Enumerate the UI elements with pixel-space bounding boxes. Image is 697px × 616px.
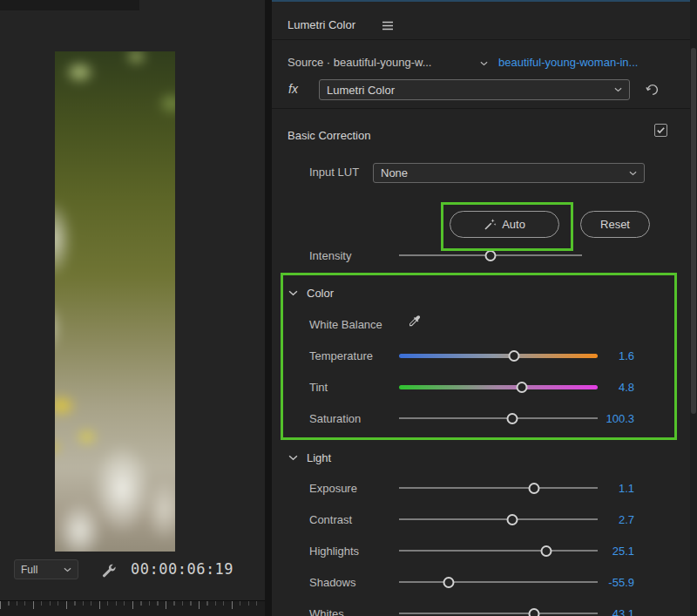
effect-select-value: Lumetri Color (327, 84, 395, 97)
tint-handle[interactable] (517, 382, 528, 393)
shadows-slider[interactable] (399, 575, 598, 589)
effect-enable-checkbox[interactable] (654, 124, 667, 137)
magic-wand-icon (484, 218, 497, 231)
timeline-ruler[interactable] (0, 600, 265, 616)
saturation-value[interactable]: 100.3 (589, 412, 634, 425)
temperature-value[interactable]: 1.6 (589, 349, 634, 362)
temperature-track[interactable] (399, 354, 598, 358)
contrast-slider[interactable] (399, 512, 598, 526)
shadows-track[interactable] (399, 581, 598, 583)
contrast-label: Contrast (309, 513, 352, 526)
chevron-down-icon (629, 171, 637, 176)
zoom-level-select[interactable]: Full (14, 559, 78, 579)
contrast-track[interactable] (399, 518, 598, 520)
white-balance-label: White Balance (309, 318, 382, 331)
program-monitor: Full 00:00:06:19 (0, 0, 265, 616)
input-lut-select[interactable]: None (373, 163, 645, 183)
panel-divider[interactable] (265, 0, 272, 616)
highlights-slider[interactable] (399, 544, 598, 558)
exposure-label: Exposure (309, 482, 357, 495)
contrast-value[interactable]: 2.7 (589, 513, 634, 526)
active-panel-highlight (272, 0, 697, 2)
highlights-label: Highlights (309, 545, 359, 558)
check-icon (656, 125, 666, 135)
header-divider (272, 39, 690, 40)
shadows-handle[interactable] (443, 577, 455, 588)
highlights-handle[interactable] (540, 545, 552, 557)
tint-track[interactable] (399, 385, 598, 389)
input-lut-label: Input LUT (309, 166, 359, 179)
exposure-slider[interactable] (399, 481, 598, 495)
eyedropper-icon[interactable] (408, 315, 421, 328)
panel-scrollbar-thumb[interactable] (691, 48, 696, 414)
auto-button[interactable]: Auto (450, 211, 559, 238)
whites-label: Whites (309, 607, 344, 616)
temperature-label: Temperature (309, 349, 373, 362)
wrench-icon[interactable] (101, 563, 116, 578)
panel-edge (0, 0, 139, 10)
temperature-slider[interactable] (399, 349, 598, 362)
linked-clip-name[interactable]: beautiful-young-woman-in... (498, 56, 638, 69)
highlights-track[interactable] (399, 550, 598, 552)
input-lut-value: None (381, 166, 408, 179)
timecode[interactable]: 00:00:06:19 (131, 560, 233, 578)
saturation-handle[interactable] (506, 413, 518, 424)
section-color[interactable]: Color (307, 287, 334, 300)
premiere-workspace: Full 00:00:06:19 Lumetri Color Source · … (0, 0, 697, 616)
reset-button-label: Reset (600, 218, 630, 231)
auto-button-label: Auto (502, 218, 525, 231)
intensity-label: Intensity (309, 249, 351, 262)
saturation-label: Saturation (309, 412, 361, 425)
panel-tab-lumetri-color[interactable]: Lumetri Color (288, 18, 355, 31)
fx-badge: fx (288, 82, 298, 96)
section-basic-correction[interactable]: Basic Correction (288, 129, 370, 142)
contrast-handle[interactable] (506, 514, 518, 525)
panel-menu-icon[interactable] (382, 21, 394, 30)
tint-value[interactable]: 4.8 (589, 381, 634, 394)
video-preview[interactable] (55, 51, 175, 552)
tint-slider[interactable] (399, 380, 598, 394)
collapse-chevron-icon[interactable] (288, 455, 298, 461)
source-clip-label: Source · beautiful-young-w... (288, 56, 431, 69)
effect-select[interactable]: Lumetri Color (319, 79, 630, 100)
intensity-slider[interactable] (399, 248, 582, 262)
chevron-down-icon[interactable] (480, 61, 488, 66)
highlights-value[interactable]: 25.1 (589, 545, 634, 558)
collapse-chevron-icon[interactable] (288, 290, 298, 296)
whites-value[interactable]: 43.1 (589, 607, 634, 616)
section-light[interactable]: Light (307, 451, 331, 464)
saturation-slider[interactable] (399, 411, 598, 425)
exposure-handle[interactable] (529, 483, 540, 494)
chevron-down-icon (614, 87, 622, 92)
whites-track[interactable] (399, 613, 598, 614)
whites-slider[interactable] (399, 606, 598, 616)
whites-handle[interactable] (529, 608, 540, 616)
tint-label: Tint (309, 381, 328, 394)
preview-image (55, 51, 175, 552)
reset-effect-icon[interactable] (646, 83, 660, 97)
zoom-level-value: Full (21, 564, 37, 576)
temperature-handle[interactable] (509, 350, 520, 362)
intensity-handle[interactable] (485, 250, 497, 261)
exposure-track[interactable] (399, 487, 598, 489)
reset-button[interactable]: Reset (580, 211, 650, 238)
chevron-down-icon (64, 567, 71, 572)
saturation-track[interactable] (399, 417, 598, 419)
shadows-label: Shadows (309, 576, 355, 589)
exposure-value[interactable]: 1.1 (589, 482, 634, 495)
shadows-value[interactable]: -55.9 (589, 576, 634, 589)
row-divider (272, 108, 690, 109)
